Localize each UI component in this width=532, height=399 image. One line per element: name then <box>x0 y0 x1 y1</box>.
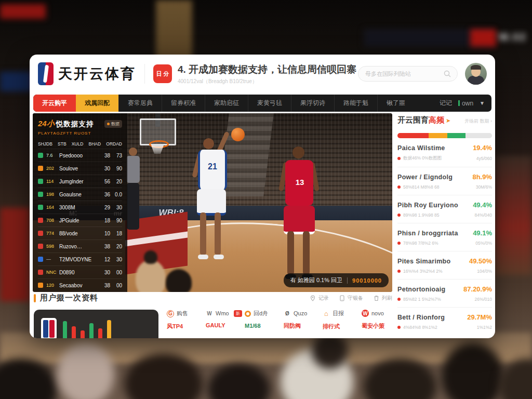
nav-item-2[interactable]: 赛常居典 <box>118 95 162 112</box>
main-card: 天开云体育 日 分 4. 开成加赛数据支持，让信息周信呗回寨 4001/12va… <box>30 55 495 338</box>
nav-item-8[interactable]: 锹了噩 <box>377 95 414 112</box>
section-title: 用户掇一次资料 <box>40 293 98 303</box>
sidebar-title-accent: 高频 <box>429 115 444 125</box>
table-row[interactable]: 120Secaabov3800 <box>38 278 122 291</box>
avatar[interactable] <box>465 63 487 85</box>
ring-icon <box>245 311 251 317</box>
w-logo-icon: W <box>206 310 213 317</box>
stat-column[interactable]: WWmo新 GAULY <box>206 310 236 328</box>
stats-tile <box>34 310 158 338</box>
stat-column[interactable]: ØQuzo 同防阀 <box>284 310 314 330</box>
header: 天开云体育 日 分 4. 开成加赛数据支持，让信息周信呗回寨 4001/12va… <box>30 55 495 93</box>
location-action[interactable]: 记录 <box>310 295 329 302</box>
table-row[interactable]: —T2MVODYNE1230 <box>38 252 122 265</box>
team-color-icon <box>38 205 43 210</box>
crowd-head <box>0 358 57 399</box>
list-item[interactable]: Paica Wilstime19.4% 数据46% 0%数图图4y5/060 <box>397 138 492 167</box>
courtside-fan-head <box>144 250 157 264</box>
jersey-number: 13 <box>273 178 327 187</box>
page-subtitle: 4001/12val（Breadgh B10/2true） <box>178 78 356 85</box>
nav-item-3[interactable]: 留券积准 <box>162 95 205 112</box>
crowd-head <box>208 364 270 399</box>
nav-item-6[interactable]: 果浮切诗 <box>291 95 334 112</box>
crowd-head <box>499 358 532 399</box>
brand-title: 天开云体育 <box>58 64 136 83</box>
scoreboard-panel: 24小 悦数据支持 数据 PLAYTAGZFTT RUOST SHJDBSTBX… <box>33 113 127 292</box>
phone-action[interactable]: 守银备 <box>339 295 363 302</box>
home-icon: ⌂ <box>323 310 330 317</box>
chevron-down-icon[interactable]: ▼ <box>480 100 485 106</box>
stat-column[interactable]: G购售 风TP4 <box>167 310 197 330</box>
live-dot-icon <box>107 123 110 125</box>
w-badge-icon: W <box>362 310 369 317</box>
team-color-icon <box>38 179 43 184</box>
login-link[interactable]: 记记 <box>440 99 452 108</box>
nav-item-4[interactable]: 家助启征 <box>205 95 248 112</box>
distribution-progress-bar <box>397 133 492 138</box>
nav-item-1[interactable]: 戏属回配 <box>76 95 118 112</box>
page-title-block: 4. 开成加赛数据支持，让信息周信呗回寨 4001/12val（Breadgh … <box>178 63 356 85</box>
courtside-fan <box>166 269 192 292</box>
team-color-icon <box>38 257 43 262</box>
section-accent-bar <box>34 294 36 302</box>
progress-gray <box>466 133 492 138</box>
list-item[interactable]: Power / Eigndolg8h.9% 58%814 M8%8 6830M/… <box>397 167 492 195</box>
table-row[interactable]: 1643008M2930 <box>38 201 122 214</box>
match-photo: M⁚ mr WBI:8 <box>33 113 392 292</box>
list-item[interactable]: Petnortonioaig87.20.9% 85%82 1 5%2%7%26%… <box>397 280 492 308</box>
live-value: 90010000 <box>352 277 382 284</box>
location-pin-icon <box>310 295 316 301</box>
team-color-icon <box>38 231 43 236</box>
crowd-head <box>364 358 436 399</box>
player-white: 21 <box>188 132 237 288</box>
stat-column[interactable]: 回d舟 M1/68 <box>245 310 275 329</box>
courtside-fan <box>136 260 166 292</box>
crowd-head <box>57 343 114 399</box>
section-actions: 记录 守银备 列刷 <box>310 295 392 302</box>
new-badge: 新 <box>234 310 242 317</box>
sidebar-rankings: 开云围育 高频 ➤ 开场前 数期 › Paica Wilstime19.4% 数… <box>397 115 492 335</box>
table-row[interactable]: 77488/vode1018 <box>38 227 122 240</box>
nav-item-5[interactable]: 麦黄弓毡 <box>248 95 291 112</box>
sidebar-more-link[interactable]: 开场前 数期 › <box>464 118 492 125</box>
stat-column[interactable]: Wnovo 蜀安小策 <box>362 310 392 330</box>
divider <box>144 64 145 84</box>
player-red: 13 <box>273 144 327 292</box>
live-badge: 数据 <box>104 120 122 128</box>
delete-action[interactable]: 列刷 <box>374 295 392 302</box>
nav-item-0[interactable]: 开云购平 <box>33 95 76 112</box>
list-item[interactable]: Phisn / broggrriata49.1% 78%98 7/8%2 6%0… <box>397 223 492 251</box>
list-item[interactable]: Pites Simarimbo49.50% 16%%4 3%2%4 2%104/… <box>397 251 492 280</box>
list-item[interactable]: Pibh Roy Euryiono49.4% 89%98 1.9%98 8584… <box>397 195 492 223</box>
search-input[interactable] <box>364 70 443 77</box>
flame-arrow-icon: ➤ <box>446 117 450 124</box>
table-row[interactable]: 598Ruzovo…3820 <box>38 240 122 252</box>
sidebar-title: 开云围育 <box>397 115 429 125</box>
v-logo-icon: Ø <box>284 310 291 317</box>
search-icon[interactable] <box>443 70 451 78</box>
search-box[interactable] <box>358 66 458 82</box>
team-color-icon <box>38 192 43 197</box>
phone-icon <box>339 295 345 301</box>
trash-icon <box>374 295 379 301</box>
nav-item-7[interactable]: 路能于魁 <box>334 95 377 112</box>
nav-right: 记记 own ▼ <box>440 95 491 112</box>
table-row[interactable]: 114Jumglnder5620 <box>38 175 122 188</box>
background-left-banner <box>0 208 30 301</box>
table-row[interactable]: 202Soulove3090 <box>38 162 122 175</box>
list-item[interactable]: Bett / Rionforg29.7M% 4%84%8 8%1%21%1%2 <box>397 308 492 335</box>
team-color-icon <box>38 244 43 249</box>
progress-orange <box>429 133 447 138</box>
table-row[interactable]: 7.6Psedoooo3873 <box>38 149 122 162</box>
status-dot-icon <box>397 326 401 329</box>
mini-bar-chart <box>63 317 111 338</box>
status-dot-icon <box>397 298 401 301</box>
stat-column[interactable]: ⌂日报 排行式 <box>323 310 353 330</box>
live-data-pill: 有 如雅园 0.1% 回卫 90010000 <box>284 273 389 287</box>
progress-red <box>397 133 429 138</box>
nba-mini-logo-icon <box>41 318 57 338</box>
table-row[interactable]: NNCD08903000 <box>38 265 122 278</box>
table-row[interactable]: 198Goaulsne360.0 <box>38 188 122 201</box>
table-row[interactable]: 708JPGuide1890 <box>38 214 122 227</box>
language-selector[interactable]: own <box>458 100 473 107</box>
